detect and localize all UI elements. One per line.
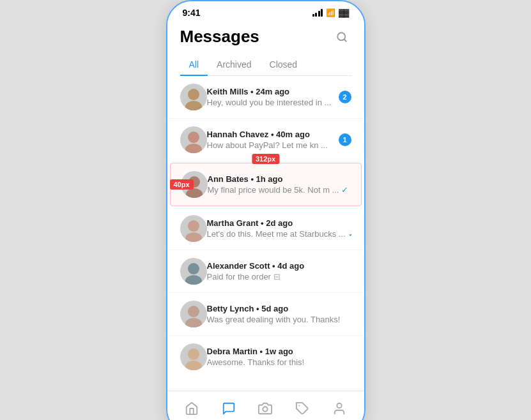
svg-point-13 (185, 318, 202, 327)
avatar (180, 343, 207, 370)
nav-tags[interactable] (289, 399, 316, 420)
svg-point-7 (186, 188, 203, 198)
measure-height-label: 40px (170, 179, 194, 190)
message-preview: My final price would be 5k. Not m ... ✓ (208, 185, 351, 195)
message-preview: Was great dealing with you. Thanks! (207, 315, 351, 324)
bottom-nav (167, 391, 364, 420)
tags-icon (295, 401, 309, 418)
sender-name: Keith Mills • 24m ago (207, 87, 290, 96)
message-content: Keith Mills • 24m ago Hey, would you be … (207, 87, 339, 107)
svg-point-12 (188, 306, 199, 317)
tab-bar: All Archived Closed (180, 54, 351, 76)
nav-messages[interactable] (215, 399, 242, 420)
phone-frame: 9:41 📶 ▓▓ Messages (166, 0, 366, 420)
svg-point-15 (185, 361, 202, 370)
avatar (180, 215, 207, 242)
search-button[interactable] (332, 27, 351, 47)
message-preview: Let's do this. Meet me at Starbucks ... … (207, 229, 351, 239)
list-item[interactable]: Betty Lynch • 5d ago Was great dealing w… (167, 293, 364, 336)
battery-icon: ▓▓ (339, 8, 349, 17)
page-title: Messages (180, 27, 259, 47)
svg-point-5 (185, 144, 202, 153)
message-preview: Hey, would you be interested in ... (207, 98, 339, 107)
message-preview: How about PayPal? Let me kn ... (207, 140, 339, 150)
signal-icon (312, 9, 323, 17)
sender-name: Alexander Scott • 4d ago (207, 261, 305, 271)
list-item[interactable]: Debra Martin • 1w ago Awesome. Thanks fo… (167, 336, 364, 378)
tab-archived[interactable]: Archived (208, 54, 260, 76)
svg-point-11 (185, 275, 202, 285)
list-item-highlighted[interactable]: Ann Bates • 1h ago My final price would … (170, 163, 362, 206)
svg-point-18 (337, 403, 341, 408)
status-bar: 9:41 📶 ▓▓ (167, 1, 364, 20)
profile-icon (332, 401, 346, 418)
sender-name: Hannah Chavez • 40m ago (207, 130, 310, 139)
check-icon: ✓ (341, 185, 348, 195)
list-item[interactable]: Keith Mills • 24m ago Hey, would you be … (167, 76, 364, 119)
sender-name: Debra Martin • 1w ago (207, 347, 293, 356)
svg-point-2 (188, 89, 199, 100)
header: Messages All Archived Closed (167, 20, 364, 76)
unread-badge: 2 (339, 91, 351, 103)
message-list: Keith Mills • 24m ago Hey, would you be … (167, 76, 364, 378)
unread-badge: 1 (339, 133, 351, 146)
svg-point-8 (188, 220, 199, 232)
nav-profile[interactable] (326, 399, 353, 420)
wifi-icon: 📶 (326, 8, 335, 17)
status-icons: 📶 ▓▓ (312, 8, 349, 17)
sender-name: Martha Grant • 2d ago (207, 218, 293, 228)
tab-closed[interactable]: Closed (261, 54, 307, 76)
avatar (180, 126, 207, 153)
status-time: 9:41 (183, 8, 201, 18)
list-item[interactable]: Alexander Scott • 4d ago Paid for the or… (167, 250, 364, 293)
home-icon (185, 401, 199, 418)
message-content: Betty Lynch • 5d ago Was great dealing w… (207, 304, 351, 324)
sender-name: Betty Lynch • 5d ago (207, 304, 289, 313)
messages-icon (222, 401, 236, 418)
message-content: Alexander Scott • 4d ago Paid for the or… (207, 261, 351, 281)
sender-name: Ann Bates • 1h ago (208, 174, 283, 184)
message-content: Debra Martin • 1w ago Awesome. Thanks fo… (207, 347, 351, 367)
message-preview: Awesome. Thanks for this! (207, 357, 351, 367)
nav-home[interactable] (178, 399, 205, 420)
message-preview: Paid for the order ⊟ (207, 272, 351, 281)
message-content: Hannah Chavez • 40m ago How about PayPal… (207, 130, 339, 150)
avatar (180, 84, 207, 110)
nav-camera[interactable] (252, 399, 279, 420)
avatar (180, 301, 207, 327)
svg-point-9 (185, 232, 202, 242)
camera-icon (258, 401, 272, 418)
svg-line-1 (344, 39, 346, 41)
svg-point-16 (263, 407, 268, 411)
message-content: Martha Grant • 2d ago Let's do this. Mee… (207, 218, 351, 239)
svg-point-14 (188, 349, 199, 360)
message-content: Ann Bates • 1h ago My final price would … (208, 174, 351, 195)
measure-width-label: 312px (252, 154, 279, 164)
note-icon: ⊟ (273, 272, 281, 281)
svg-point-4 (188, 131, 199, 143)
avatar (180, 258, 207, 285)
svg-point-10 (188, 263, 199, 274)
double-check-icon: ✓✓ (348, 229, 351, 239)
list-item[interactable]: Martha Grant • 2d ago Let's do this. Mee… (167, 207, 364, 250)
tab-all[interactable]: All (180, 54, 208, 76)
svg-point-3 (185, 101, 202, 110)
